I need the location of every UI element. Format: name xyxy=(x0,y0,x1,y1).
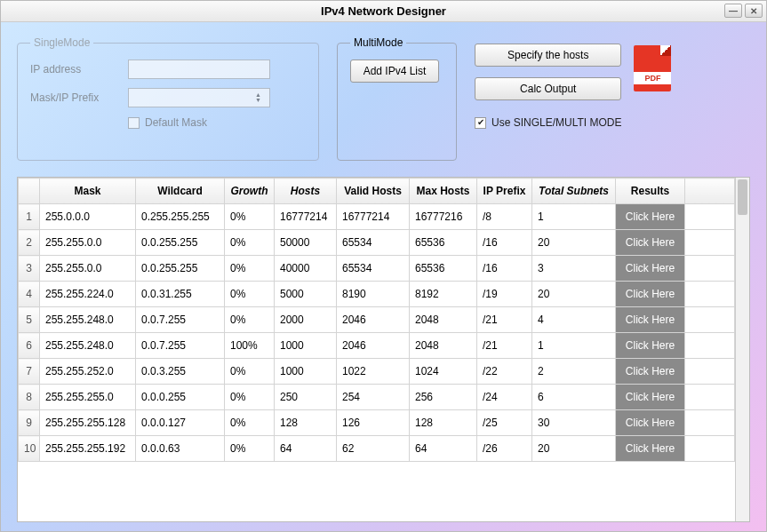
cell-growth: 0% xyxy=(225,282,275,307)
cell-hosts: 2000 xyxy=(275,307,337,333)
window-title: IPv4 Network Designer xyxy=(321,4,446,18)
use-mode-checkbox[interactable]: ✔ xyxy=(475,117,486,129)
scrollbar-thumb[interactable] xyxy=(738,179,747,215)
ip-address-label: IP address xyxy=(30,63,119,75)
col-max-hosts[interactable]: Max Hosts xyxy=(410,179,477,204)
table-row[interactable]: 10255.255.255.1920.0.0.630%646264/2620Cl… xyxy=(19,436,735,462)
table-row[interactable]: 7255.255.252.00.0.3.2550%100010221024/22… xyxy=(19,359,735,385)
col-total-subnets[interactable]: Total Subnets xyxy=(532,179,616,204)
table-row[interactable]: 1255.0.0.00.255.255.2550%167772141677721… xyxy=(19,204,735,230)
cell-total-subnets: 1 xyxy=(532,333,616,359)
cell-growth: 0% xyxy=(225,410,275,436)
cell-wildcard: 0.255.255.255 xyxy=(136,204,225,230)
minimize-button[interactable]: — xyxy=(724,4,742,18)
cell-total-subnets: 1 xyxy=(532,204,616,230)
cell-ip-prefix: /21 xyxy=(477,307,532,333)
table-row[interactable]: 4255.255.224.00.0.31.2550%500081908192/1… xyxy=(19,282,735,307)
cell-mask: 255.255.252.0 xyxy=(40,359,136,385)
cell-hosts: 1000 xyxy=(275,359,337,385)
results-button[interactable]: Click Here xyxy=(616,385,684,409)
close-button[interactable]: ✕ xyxy=(745,4,763,18)
cell-wildcard: 0.0.7.255 xyxy=(136,333,225,359)
cell-total-subnets: 6 xyxy=(532,385,616,410)
table-row[interactable]: 6255.255.248.00.0.7.255100%100020462048/… xyxy=(19,333,735,359)
cell-hosts: 128 xyxy=(275,410,337,436)
results-button[interactable]: Click Here xyxy=(616,282,684,306)
cell-gap xyxy=(685,333,735,359)
cell-valid-hosts: 254 xyxy=(337,385,410,410)
row-number: 5 xyxy=(19,307,40,333)
cell-growth: 0% xyxy=(225,256,275,282)
table-row[interactable]: 3255.255.0.00.0.255.2550%400006553465536… xyxy=(19,256,735,282)
col-hosts[interactable]: Hosts xyxy=(275,179,337,204)
results-button[interactable]: Click Here xyxy=(616,359,684,384)
table-row[interactable]: 2255.255.0.00.0.255.2550%500006553465536… xyxy=(19,230,735,256)
cell-gap xyxy=(685,204,735,230)
row-number: 10 xyxy=(19,436,40,462)
results-button[interactable]: Click Here xyxy=(616,256,684,281)
cell-growth: 0% xyxy=(225,230,275,256)
spinner-icon: ▲▼ xyxy=(255,92,266,103)
col-ip-prefix[interactable]: IP Prefix xyxy=(477,179,532,204)
table-scrollbar[interactable] xyxy=(735,178,749,521)
mask-prefix-select[interactable]: ▲▼ xyxy=(128,88,270,107)
cell-wildcard: 0.0.0.255 xyxy=(136,385,225,410)
col-results[interactable]: Results xyxy=(616,179,685,204)
row-number: 6 xyxy=(19,333,40,359)
cell-gap xyxy=(685,436,735,462)
cell-hosts: 64 xyxy=(275,436,337,462)
cell-ip-prefix: /26 xyxy=(477,436,532,462)
results-button[interactable]: Click Here xyxy=(616,230,684,255)
cell-valid-hosts: 8190 xyxy=(337,282,410,307)
row-number: 4 xyxy=(19,282,40,307)
results-button[interactable]: Click Here xyxy=(616,410,684,435)
cell-ip-prefix: /19 xyxy=(477,282,532,307)
results-button[interactable]: Click Here xyxy=(616,436,684,461)
cell-growth: 0% xyxy=(225,385,275,410)
table-row[interactable]: 5255.255.248.00.0.7.2550%200020462048/21… xyxy=(19,307,735,333)
table-row[interactable]: 9255.255.255.1280.0.0.1270%128126128/253… xyxy=(19,410,735,436)
cell-total-subnets: 20 xyxy=(532,282,616,307)
results-button[interactable]: Click Here xyxy=(616,333,684,358)
table-row[interactable]: 8255.255.255.00.0.0.2550%250254256/246Cl… xyxy=(19,385,735,410)
cell-total-subnets: 30 xyxy=(532,410,616,436)
results-button[interactable]: Click Here xyxy=(616,307,684,332)
row-number: 2 xyxy=(19,230,40,256)
results-table: Mask Wildcard Growth Hosts Valid Hosts M… xyxy=(18,178,735,462)
row-number: 9 xyxy=(19,410,40,436)
cell-max-hosts: 2048 xyxy=(410,307,477,333)
cell-mask: 255.0.0.0 xyxy=(40,204,136,230)
cell-max-hosts: 65536 xyxy=(410,230,477,256)
cell-growth: 0% xyxy=(225,204,275,230)
col-wildcard[interactable]: Wildcard xyxy=(136,179,225,204)
cell-ip-prefix: /25 xyxy=(477,410,532,436)
cell-hosts: 16777214 xyxy=(275,204,337,230)
results-button[interactable]: Click Here xyxy=(616,204,684,229)
add-ipv4-list-button[interactable]: Add IPv4 List xyxy=(350,60,439,83)
default-mask-checkbox[interactable] xyxy=(128,117,140,129)
cell-ip-prefix: /8 xyxy=(477,204,532,230)
cell-growth: 100% xyxy=(225,333,275,359)
col-growth[interactable]: Growth xyxy=(225,179,275,204)
cell-mask: 255.255.255.0 xyxy=(40,385,136,410)
ip-address-input[interactable] xyxy=(128,60,270,79)
cell-max-hosts: 65536 xyxy=(410,256,477,282)
cell-gap xyxy=(685,410,735,436)
cell-gap xyxy=(685,282,735,307)
pdf-icon[interactable]: PDF xyxy=(634,45,671,91)
cell-ip-prefix: /16 xyxy=(477,256,532,282)
cell-mask: 255.255.255.128 xyxy=(40,410,136,436)
titlebar: IPv4 Network Designer — ✕ xyxy=(1,1,766,22)
col-gap xyxy=(685,179,735,204)
cell-valid-hosts: 126 xyxy=(337,410,410,436)
specify-hosts-button[interactable]: Specify the hosts xyxy=(475,44,621,67)
cell-hosts: 50000 xyxy=(275,230,337,256)
row-number: 7 xyxy=(19,359,40,385)
calc-output-button[interactable]: Calc Output xyxy=(475,77,621,100)
col-valid-hosts[interactable]: Valid Hosts xyxy=(337,179,410,204)
cell-wildcard: 0.0.0.127 xyxy=(136,410,225,436)
col-mask[interactable]: Mask xyxy=(40,179,136,204)
cell-total-subnets: 4 xyxy=(532,307,616,333)
content-area: SingleMode IP address Mask/IP Prefix ▲▼ … xyxy=(1,22,766,531)
cell-gap xyxy=(685,307,735,333)
